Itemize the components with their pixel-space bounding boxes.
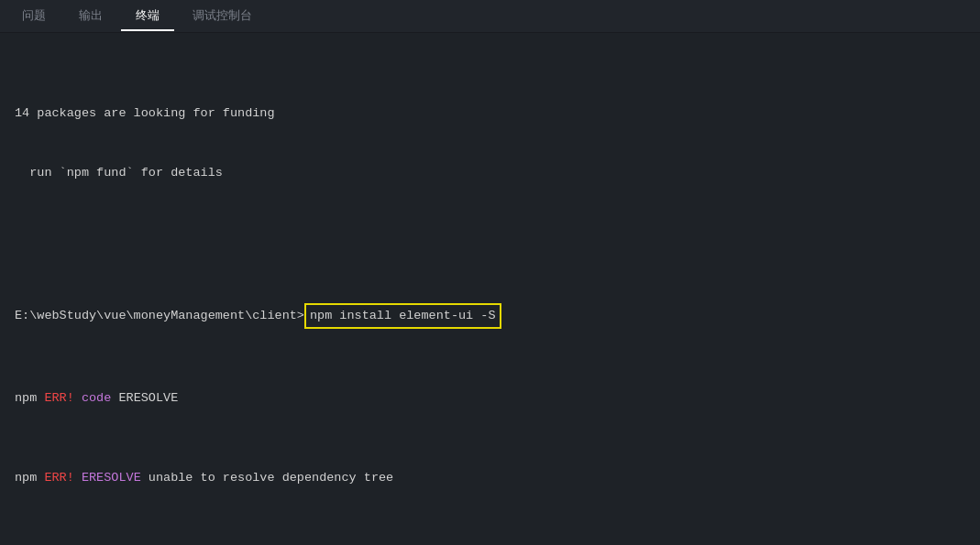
- line-funding: 14 packages are looking for funding: [15, 104, 965, 124]
- line-err-code: npm ERR! code ERESOLVE: [15, 388, 965, 409]
- line-npm-fund: run `npm fund` for details: [15, 163, 965, 183]
- line-err-eresolve: npm ERR! ERESOLVE unable to resolve depe…: [15, 468, 965, 488]
- tab-terminal[interactable]: 终端: [121, 2, 174, 31]
- line-blank1: [15, 223, 965, 244]
- tab-debug-console[interactable]: 调试控制台: [178, 2, 267, 31]
- line-prompt: E:\webStudy\vue\moneyManagement\client>n…: [15, 303, 965, 329]
- terminal-content: 14 packages are looking for funding run …: [0, 33, 980, 545]
- tab-problems[interactable]: 问题: [7, 2, 61, 31]
- tab-output[interactable]: 输出: [64, 2, 117, 31]
- tab-bar: 问题 输出 终端 调试控制台: [0, 0, 980, 33]
